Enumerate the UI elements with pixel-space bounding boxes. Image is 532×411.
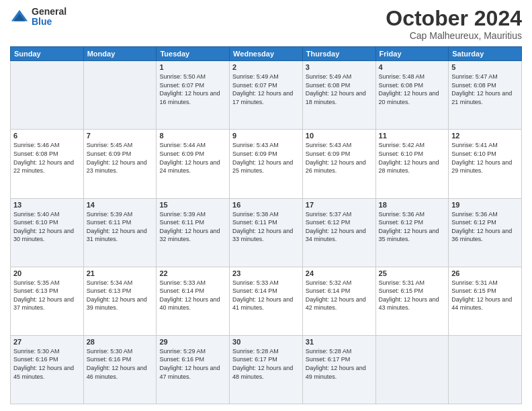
day-number: 24 (306, 269, 373, 277)
cell-info: Sunrise: 5:38 AM Sunset: 6:11 PM Dayligh… (232, 210, 300, 244)
table-row: 13Sunrise: 5:40 AM Sunset: 6:10 PM Dayli… (11, 198, 84, 267)
calendar-week-row: 20Sunrise: 5:35 AM Sunset: 6:13 PM Dayli… (11, 267, 522, 335)
cell-info: Sunrise: 5:33 AM Sunset: 6:14 PM Dayligh… (159, 279, 226, 312)
day-number: 8 (159, 132, 226, 140)
cell-info: Sunrise: 5:49 AM Sunset: 6:08 PM Dayligh… (306, 73, 373, 106)
col-sunday: Sunday (11, 47, 84, 61)
calendar-week-row: 27Sunrise: 5:30 AM Sunset: 6:16 PM Dayli… (11, 335, 522, 404)
table-row (375, 335, 449, 404)
table-row: 10Sunrise: 5:43 AM Sunset: 6:09 PM Dayli… (302, 130, 375, 198)
table-row (449, 335, 522, 404)
table-row: 6Sunrise: 5:46 AM Sunset: 6:08 PM Daylig… (11, 130, 84, 198)
logo-general-text: General (32, 7, 66, 17)
cell-info: Sunrise: 5:43 AM Sunset: 6:09 PM Dayligh… (306, 141, 373, 175)
cell-info: Sunrise: 5:48 AM Sunset: 6:08 PM Dayligh… (379, 73, 446, 106)
table-row: 16Sunrise: 5:38 AM Sunset: 6:11 PM Dayli… (230, 198, 303, 267)
col-monday: Monday (83, 47, 157, 61)
day-number: 5 (451, 63, 519, 71)
table-row: 20Sunrise: 5:35 AM Sunset: 6:13 PM Dayli… (11, 267, 84, 335)
cell-info: Sunrise: 5:44 AM Sunset: 6:09 PM Dayligh… (159, 141, 226, 175)
table-row: 22Sunrise: 5:33 AM Sunset: 6:14 PM Dayli… (157, 267, 230, 335)
calendar-week-row: 13Sunrise: 5:40 AM Sunset: 6:10 PM Dayli… (11, 198, 522, 267)
table-row: 29Sunrise: 5:29 AM Sunset: 6:16 PM Dayli… (157, 335, 230, 404)
table-row: 30Sunrise: 5:28 AM Sunset: 6:17 PM Dayli… (230, 335, 303, 404)
calendar-header-row: Sunday Monday Tuesday Wednesday Thursday… (11, 47, 522, 61)
day-number: 19 (451, 201, 519, 209)
table-row: 19Sunrise: 5:36 AM Sunset: 6:12 PM Dayli… (449, 198, 522, 267)
page: General Blue October 2024 Cap Malheureux… (0, 0, 532, 411)
logo-blue-text: Blue (32, 17, 66, 27)
header: General Blue October 2024 Cap Malheureux… (10, 7, 522, 41)
table-row: 18Sunrise: 5:36 AM Sunset: 6:12 PM Dayli… (375, 198, 449, 267)
table-row: 31Sunrise: 5:28 AM Sunset: 6:17 PM Dayli… (302, 335, 375, 404)
cell-info: Sunrise: 5:33 AM Sunset: 6:14 PM Dayligh… (232, 279, 300, 312)
table-row: 24Sunrise: 5:32 AM Sunset: 6:14 PM Dayli… (302, 267, 375, 335)
day-number: 30 (232, 338, 300, 346)
logo-icon (10, 7, 29, 26)
table-row: 8Sunrise: 5:44 AM Sunset: 6:09 PM Daylig… (157, 130, 230, 198)
day-number: 22 (159, 269, 226, 277)
cell-info: Sunrise: 5:45 AM Sunset: 6:09 PM Dayligh… (87, 141, 154, 175)
col-tuesday: Tuesday (157, 47, 230, 61)
cell-info: Sunrise: 5:30 AM Sunset: 6:16 PM Dayligh… (13, 347, 81, 381)
cell-info: Sunrise: 5:30 AM Sunset: 6:16 PM Dayligh… (87, 347, 154, 381)
cell-info: Sunrise: 5:41 AM Sunset: 6:10 PM Dayligh… (451, 141, 519, 175)
day-number: 6 (13, 132, 81, 140)
table-row: 14Sunrise: 5:39 AM Sunset: 6:11 PM Dayli… (83, 198, 157, 267)
table-row: 28Sunrise: 5:30 AM Sunset: 6:16 PM Dayli… (83, 335, 157, 404)
cell-info: Sunrise: 5:46 AM Sunset: 6:08 PM Dayligh… (13, 141, 81, 175)
cell-info: Sunrise: 5:49 AM Sunset: 6:07 PM Dayligh… (232, 73, 300, 106)
logo-text: General Blue (32, 7, 66, 28)
day-number: 28 (87, 338, 154, 346)
day-number: 15 (159, 201, 226, 209)
table-row: 7Sunrise: 5:45 AM Sunset: 6:09 PM Daylig… (83, 130, 157, 198)
cell-info: Sunrise: 5:39 AM Sunset: 6:11 PM Dayligh… (159, 210, 226, 244)
table-row: 23Sunrise: 5:33 AM Sunset: 6:14 PM Dayli… (230, 267, 303, 335)
day-number: 29 (159, 338, 226, 346)
day-number: 20 (13, 269, 81, 277)
day-number: 18 (379, 201, 446, 209)
title-block: October 2024 Cap Malheureux, Mauritius (386, 7, 522, 41)
day-number: 13 (13, 201, 81, 209)
cell-info: Sunrise: 5:47 AM Sunset: 6:08 PM Dayligh… (451, 73, 519, 106)
cell-info: Sunrise: 5:28 AM Sunset: 6:17 PM Dayligh… (306, 347, 373, 381)
table-row: 2Sunrise: 5:49 AM Sunset: 6:07 PM Daylig… (230, 61, 303, 130)
table-row: 9Sunrise: 5:43 AM Sunset: 6:09 PM Daylig… (230, 130, 303, 198)
table-row: 12Sunrise: 5:41 AM Sunset: 6:10 PM Dayli… (449, 130, 522, 198)
day-number: 14 (87, 201, 154, 209)
day-number: 10 (306, 132, 373, 140)
day-number: 27 (13, 338, 81, 346)
cell-info: Sunrise: 5:36 AM Sunset: 6:12 PM Dayligh… (379, 210, 446, 244)
cell-info: Sunrise: 5:39 AM Sunset: 6:11 PM Dayligh… (87, 210, 154, 244)
logo: General Blue (10, 7, 66, 28)
day-number: 3 (306, 63, 373, 71)
cell-info: Sunrise: 5:35 AM Sunset: 6:13 PM Dayligh… (13, 279, 81, 312)
cell-info: Sunrise: 5:36 AM Sunset: 6:12 PM Dayligh… (451, 210, 519, 244)
month-title: October 2024 (386, 7, 522, 30)
col-friday: Friday (375, 47, 449, 61)
cell-info: Sunrise: 5:31 AM Sunset: 6:15 PM Dayligh… (379, 279, 446, 312)
table-row: 25Sunrise: 5:31 AM Sunset: 6:15 PM Dayli… (375, 267, 449, 335)
col-thursday: Thursday (302, 47, 375, 61)
cell-info: Sunrise: 5:32 AM Sunset: 6:14 PM Dayligh… (306, 279, 373, 312)
cell-info: Sunrise: 5:43 AM Sunset: 6:09 PM Dayligh… (232, 141, 300, 175)
cell-info: Sunrise: 5:40 AM Sunset: 6:10 PM Dayligh… (13, 210, 81, 244)
day-number: 11 (379, 132, 446, 140)
table-row: 1Sunrise: 5:50 AM Sunset: 6:07 PM Daylig… (157, 61, 230, 130)
table-row (11, 61, 84, 130)
day-number: 26 (451, 269, 519, 277)
cell-info: Sunrise: 5:34 AM Sunset: 6:13 PM Dayligh… (87, 279, 154, 312)
day-number: 2 (232, 63, 300, 71)
calendar-table: Sunday Monday Tuesday Wednesday Thursday… (10, 46, 522, 404)
day-number: 7 (87, 132, 154, 140)
day-number: 25 (379, 269, 446, 277)
col-saturday: Saturday (449, 47, 522, 61)
calendar-week-row: 1Sunrise: 5:50 AM Sunset: 6:07 PM Daylig… (11, 61, 522, 130)
table-row: 15Sunrise: 5:39 AM Sunset: 6:11 PM Dayli… (157, 198, 230, 267)
day-number: 1 (159, 63, 226, 71)
table-row: 26Sunrise: 5:31 AM Sunset: 6:15 PM Dayli… (449, 267, 522, 335)
day-number: 23 (232, 269, 300, 277)
table-row: 17Sunrise: 5:37 AM Sunset: 6:12 PM Dayli… (302, 198, 375, 267)
cell-info: Sunrise: 5:31 AM Sunset: 6:15 PM Dayligh… (451, 279, 519, 312)
col-wednesday: Wednesday (230, 47, 303, 61)
